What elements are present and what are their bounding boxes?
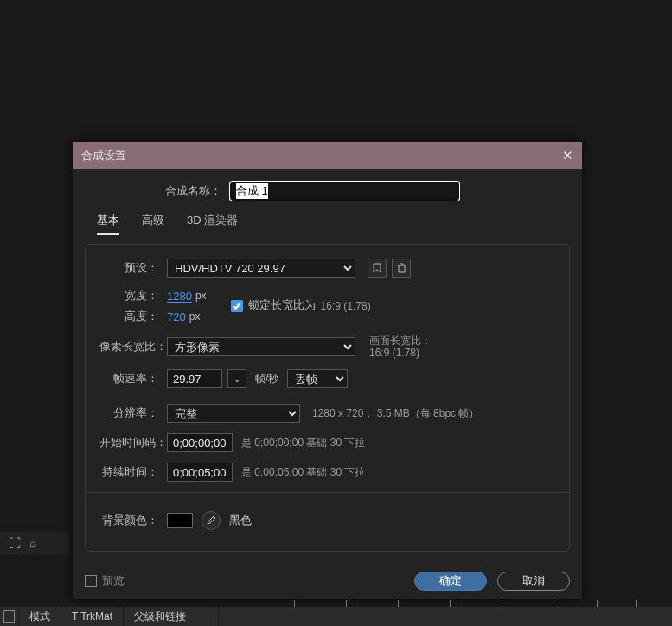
lock-aspect-input[interactable] [231, 300, 243, 312]
viewer-toolbar: ⛶ ⌕ [0, 532, 69, 554]
close-icon[interactable]: ✕ [562, 148, 573, 163]
tab-3d-renderer[interactable]: 3D 渲染器 [187, 213, 238, 235]
timeline-columns: 模式 T TrkMat 父级和链接 [0, 607, 672, 626]
preview-input[interactable] [85, 575, 97, 587]
row-height: 高度： 720 px [99, 309, 207, 324]
dialog-titlebar: 合成设置 ✕ [73, 142, 582, 169]
row-comp-name: 合成名称： [85, 182, 570, 201]
row-resolution: 分辨率： 完整 1280 x 720， 3.5 MB（每 8bpc 帧） [99, 404, 555, 423]
tab-basic[interactable]: 基本 [97, 213, 119, 235]
dialog-title: 合成设置 [81, 148, 126, 163]
lock-aspect-ratio: 16:9 (1.78) [321, 300, 371, 312]
timeline-ruler [251, 597, 672, 607]
composition-settings-dialog: 合成设置 ✕ 合成名称： 基本 高级 3D 渲染器 预设： HDV/HDTV 7… [72, 141, 583, 600]
height-label: 高度： [99, 309, 167, 324]
lock-aspect-checkbox[interactable]: 锁定长宽比为 16:9 (1.78) [231, 298, 371, 313]
height-unit: px [189, 310, 201, 323]
duration-info: 是 0;00;05;00 基础 30 下拉 [241, 465, 365, 480]
tabs: 基本 高级 3D 渲染器 [85, 209, 570, 239]
row-width: 宽度： 1280 px [99, 288, 207, 303]
preview-checkbox[interactable]: 预览 [85, 573, 125, 589]
ok-button[interactable]: 确定 [414, 572, 487, 591]
row-pixel-aspect: 像素长宽比： 方形像素 画面长宽比： 16:9 (1.78) [99, 335, 555, 359]
frame-aspect-value: 16:9 (1.78) [369, 347, 432, 359]
resolution-label: 分辨率： [99, 406, 167, 421]
row-bgcolor: 背景颜色： 黑色 [99, 511, 555, 530]
camera-icon[interactable]: ⌕ [29, 536, 36, 550]
preset-save-button[interactable] [368, 259, 387, 278]
height-value[interactable]: 720 [167, 310, 186, 323]
row-framerate: 帧速率： ⌄ 帧/秒 丢帧 [99, 369, 555, 388]
lock-aspect-label: 锁定长宽比为 [248, 298, 316, 313]
dialog-footer: 预览 确定 取消 [73, 563, 582, 599]
comp-name-input[interactable] [230, 182, 459, 201]
start-tc-input[interactable] [167, 433, 233, 452]
framerate-unit: 帧/秒 [255, 372, 278, 386]
bgcolor-swatch[interactable] [167, 513, 193, 528]
dialog-body: 合成名称： 基本 高级 3D 渲染器 预设： HDV/HDTV 720 29.9… [73, 169, 582, 599]
basic-panel: 预设： HDV/HDTV 720 29.97 宽度： 1280 [85, 244, 570, 552]
start-tc-label: 开始时间码： [99, 435, 167, 450]
row-start-timecode: 开始时间码： 是 0;00;00;00 基础 30 下拉 [99, 433, 555, 452]
resolution-select[interactable]: 完整 [167, 404, 300, 423]
preset-select[interactable]: HDV/HDTV 720 29.97 [167, 259, 355, 278]
width-unit: px [195, 290, 207, 302]
row-duration: 持续时间： 是 0;00;05;00 基础 30 下拉 [99, 463, 555, 482]
start-tc-info: 是 0;00;00;00 基础 30 下拉 [241, 436, 365, 450]
bgcolor-name: 黑色 [229, 513, 252, 528]
preset-label: 预设： [99, 260, 167, 276]
framerate-label: 帧速率： [99, 371, 167, 386]
preset-delete-button[interactable] [392, 259, 411, 278]
duration-label: 持续时间： [99, 464, 167, 480]
bgcolor-label: 背景颜色： [99, 513, 167, 528]
col-toggle[interactable] [0, 607, 19, 626]
zoom-icon[interactable]: ⛶ [9, 536, 21, 550]
pixel-aspect-label: 像素长宽比： [99, 339, 167, 355]
comp-name-label: 合成名称： [85, 183, 230, 199]
resolution-info: 1280 x 720， 3.5 MB（每 8bpc 帧） [312, 406, 479, 421]
tab-advanced[interactable]: 高级 [142, 213, 164, 235]
cancel-button[interactable]: 取消 [497, 572, 570, 591]
framerate-dropdown[interactable]: ⌄ [227, 369, 246, 388]
preview-label: 预览 [102, 573, 125, 589]
width-label: 宽度： [99, 288, 167, 303]
dropframe-select[interactable]: 丢帧 [287, 369, 348, 388]
eyedropper-icon[interactable] [202, 511, 221, 530]
duration-input[interactable] [167, 463, 233, 482]
col-mode[interactable]: 模式 [19, 607, 61, 626]
row-preset: 预设： HDV/HDTV 720 29.97 [99, 259, 555, 278]
col-trkmat[interactable]: T TrkMat [61, 607, 124, 626]
width-value[interactable]: 1280 [167, 290, 192, 303]
frame-aspect-label: 画面长宽比： [369, 335, 432, 347]
framerate-input[interactable] [167, 369, 222, 388]
pixel-aspect-select[interactable]: 方形像素 [167, 337, 355, 356]
col-parent[interactable]: 父级和链接 [124, 607, 219, 626]
